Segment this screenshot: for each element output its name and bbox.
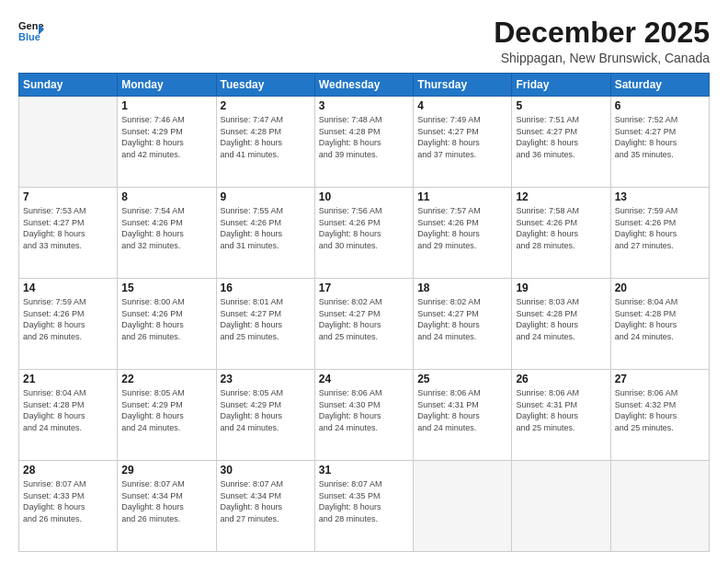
- calendar-cell-w2-d1: 7Sunrise: 7:53 AMSunset: 4:27 PMDaylight…: [19, 188, 118, 279]
- logo-icon: General Blue: [18, 17, 44, 42]
- calendar-cell-w2-d3: 9Sunrise: 7:55 AMSunset: 4:26 PMDaylight…: [216, 188, 314, 279]
- day-info: Sunrise: 7:48 AMSunset: 4:28 PMDaylight:…: [319, 114, 409, 160]
- day-number: 17: [319, 282, 409, 294]
- header-monday: Monday: [118, 74, 216, 97]
- calendar-cell-w1-d1: [19, 97, 118, 188]
- calendar-cell-w4-d2: 22Sunrise: 8:05 AMSunset: 4:29 PMDayligh…: [118, 370, 216, 461]
- calendar-cell-w1-d4: 3Sunrise: 7:48 AMSunset: 4:28 PMDaylight…: [314, 97, 413, 188]
- week-row-5: 28Sunrise: 8:07 AMSunset: 4:33 PMDayligh…: [19, 461, 710, 552]
- calendar-cell-w3-d7: 20Sunrise: 8:04 AMSunset: 4:28 PMDayligh…: [610, 279, 709, 370]
- day-info: Sunrise: 7:54 AMSunset: 4:26 PMDaylight:…: [121, 205, 211, 251]
- day-number: 21: [23, 373, 113, 385]
- calendar-cell-w5-d1: 28Sunrise: 8:07 AMSunset: 4:33 PMDayligh…: [19, 461, 118, 552]
- day-info: Sunrise: 7:52 AMSunset: 4:27 PMDaylight:…: [615, 114, 705, 160]
- day-number: 28: [23, 464, 113, 477]
- calendar-cell-w3-d6: 19Sunrise: 8:03 AMSunset: 4:28 PMDayligh…: [512, 279, 610, 370]
- day-info: Sunrise: 7:56 AMSunset: 4:26 PMDaylight:…: [319, 205, 409, 251]
- day-number: 30: [221, 464, 311, 477]
- calendar-cell-w4-d3: 23Sunrise: 8:05 AMSunset: 4:29 PMDayligh…: [216, 370, 314, 461]
- day-info: Sunrise: 8:00 AMSunset: 4:26 PMDaylight:…: [121, 296, 211, 342]
- calendar-cell-w2-d4: 10Sunrise: 7:56 AMSunset: 4:26 PMDayligh…: [314, 188, 413, 279]
- calendar-cell-w1-d6: 5Sunrise: 7:51 AMSunset: 4:27 PMDaylight…: [512, 97, 610, 188]
- day-number: 26: [516, 373, 606, 385]
- day-info: Sunrise: 8:05 AMSunset: 4:29 PMDaylight:…: [121, 387, 211, 433]
- calendar-cell-w3-d1: 14Sunrise: 7:59 AMSunset: 4:26 PMDayligh…: [19, 279, 118, 370]
- day-info: Sunrise: 7:58 AMSunset: 4:26 PMDaylight:…: [516, 205, 606, 251]
- day-info: Sunrise: 8:04 AMSunset: 4:28 PMDaylight:…: [23, 387, 113, 433]
- day-info: Sunrise: 8:06 AMSunset: 4:31 PMDaylight:…: [417, 387, 507, 433]
- header-saturday: Saturday: [610, 74, 709, 97]
- day-info: Sunrise: 8:03 AMSunset: 4:28 PMDaylight:…: [516, 296, 606, 342]
- calendar-cell-w5-d5: [414, 461, 512, 552]
- page: General Blue December 2025 Shippagan, Ne…: [0, 0, 728, 563]
- day-number: 20: [615, 282, 705, 294]
- subtitle: Shippagan, New Brunswick, Canada: [494, 51, 710, 65]
- day-info: Sunrise: 7:49 AMSunset: 4:27 PMDaylight:…: [417, 114, 507, 160]
- calendar-cell-w5-d3: 30Sunrise: 8:07 AMSunset: 4:34 PMDayligh…: [216, 461, 314, 552]
- calendar-cell-w3-d2: 15Sunrise: 8:00 AMSunset: 4:26 PMDayligh…: [118, 279, 216, 370]
- day-info: Sunrise: 8:07 AMSunset: 4:34 PMDaylight:…: [221, 478, 311, 524]
- day-info: Sunrise: 8:01 AMSunset: 4:27 PMDaylight:…: [221, 296, 311, 342]
- week-row-4: 21Sunrise: 8:04 AMSunset: 4:28 PMDayligh…: [19, 370, 710, 461]
- calendar-cell-w2-d5: 11Sunrise: 7:57 AMSunset: 4:26 PMDayligh…: [414, 188, 512, 279]
- calendar-cell-w4-d1: 21Sunrise: 8:04 AMSunset: 4:28 PMDayligh…: [19, 370, 118, 461]
- day-number: 12: [516, 190, 606, 203]
- day-number: 16: [221, 282, 311, 294]
- day-info: Sunrise: 8:06 AMSunset: 4:32 PMDaylight:…: [615, 387, 705, 433]
- day-info: Sunrise: 8:07 AMSunset: 4:34 PMDaylight:…: [121, 478, 211, 524]
- week-row-2: 7Sunrise: 7:53 AMSunset: 4:27 PMDaylight…: [19, 188, 710, 279]
- day-number: 4: [417, 99, 507, 112]
- day-info: Sunrise: 7:47 AMSunset: 4:28 PMDaylight:…: [221, 114, 311, 160]
- calendar-cell-w1-d2: 1Sunrise: 7:46 AMSunset: 4:29 PMDaylight…: [118, 97, 216, 188]
- calendar-cell-w3-d5: 18Sunrise: 8:02 AMSunset: 4:27 PMDayligh…: [414, 279, 512, 370]
- day-info: Sunrise: 8:06 AMSunset: 4:30 PMDaylight:…: [319, 387, 409, 433]
- calendar-cell-w5-d2: 29Sunrise: 8:07 AMSunset: 4:34 PMDayligh…: [118, 461, 216, 552]
- day-number: 14: [23, 282, 113, 294]
- day-info: Sunrise: 8:05 AMSunset: 4:29 PMDaylight:…: [221, 387, 311, 433]
- day-number: 10: [319, 190, 409, 203]
- day-info: Sunrise: 8:02 AMSunset: 4:27 PMDaylight:…: [417, 296, 507, 342]
- calendar-table: Sunday Monday Tuesday Wednesday Thursday…: [18, 73, 710, 552]
- day-info: Sunrise: 7:59 AMSunset: 4:26 PMDaylight:…: [23, 296, 113, 342]
- day-info: Sunrise: 7:51 AMSunset: 4:27 PMDaylight:…: [516, 114, 606, 160]
- day-number: 31: [319, 464, 409, 477]
- title-block: December 2025 Shippagan, New Brunswick, …: [494, 17, 710, 65]
- header-wednesday: Wednesday: [314, 74, 413, 97]
- day-number: 22: [121, 373, 211, 385]
- header-sunday: Sunday: [19, 74, 118, 97]
- day-number: 11: [417, 190, 507, 203]
- day-number: 13: [615, 190, 705, 203]
- calendar-cell-w1-d7: 6Sunrise: 7:52 AMSunset: 4:27 PMDaylight…: [610, 97, 709, 188]
- calendar-cell-w3-d4: 17Sunrise: 8:02 AMSunset: 4:27 PMDayligh…: [314, 279, 413, 370]
- day-number: 27: [615, 373, 705, 385]
- svg-text:Blue: Blue: [18, 31, 40, 42]
- calendar-cell-w2-d2: 8Sunrise: 7:54 AMSunset: 4:26 PMDaylight…: [118, 188, 216, 279]
- day-info: Sunrise: 7:57 AMSunset: 4:26 PMDaylight:…: [417, 205, 507, 251]
- header: General Blue December 2025 Shippagan, Ne…: [18, 17, 710, 65]
- week-row-1: 1Sunrise: 7:46 AMSunset: 4:29 PMDaylight…: [19, 97, 710, 188]
- day-number: 23: [221, 373, 311, 385]
- day-number: 2: [221, 99, 311, 112]
- calendar-cell-w5-d4: 31Sunrise: 8:07 AMSunset: 4:35 PMDayligh…: [314, 461, 413, 552]
- day-number: 3: [319, 99, 409, 112]
- day-info: Sunrise: 7:46 AMSunset: 4:29 PMDaylight:…: [121, 114, 211, 160]
- header-thursday: Thursday: [414, 74, 512, 97]
- day-number: 9: [221, 190, 311, 203]
- week-row-3: 14Sunrise: 7:59 AMSunset: 4:26 PMDayligh…: [19, 279, 710, 370]
- day-info: Sunrise: 7:55 AMSunset: 4:26 PMDaylight:…: [221, 205, 311, 251]
- day-number: 8: [121, 190, 211, 203]
- day-number: 25: [417, 373, 507, 385]
- header-friday: Friday: [512, 74, 610, 97]
- calendar-cell-w5-d7: [610, 461, 709, 552]
- day-number: 7: [23, 190, 113, 203]
- logo: General Blue: [18, 17, 44, 42]
- day-number: 19: [516, 282, 606, 294]
- calendar-cell-w5-d6: [512, 461, 610, 552]
- day-number: 18: [417, 282, 507, 294]
- calendar-cell-w4-d7: 27Sunrise: 8:06 AMSunset: 4:32 PMDayligh…: [610, 370, 709, 461]
- calendar-cell-w4-d4: 24Sunrise: 8:06 AMSunset: 4:30 PMDayligh…: [314, 370, 413, 461]
- day-info: Sunrise: 8:06 AMSunset: 4:31 PMDaylight:…: [516, 387, 606, 433]
- calendar-cell-w2-d7: 13Sunrise: 7:59 AMSunset: 4:26 PMDayligh…: [610, 188, 709, 279]
- header-tuesday: Tuesday: [216, 74, 314, 97]
- calendar-cell-w1-d3: 2Sunrise: 7:47 AMSunset: 4:28 PMDaylight…: [216, 97, 314, 188]
